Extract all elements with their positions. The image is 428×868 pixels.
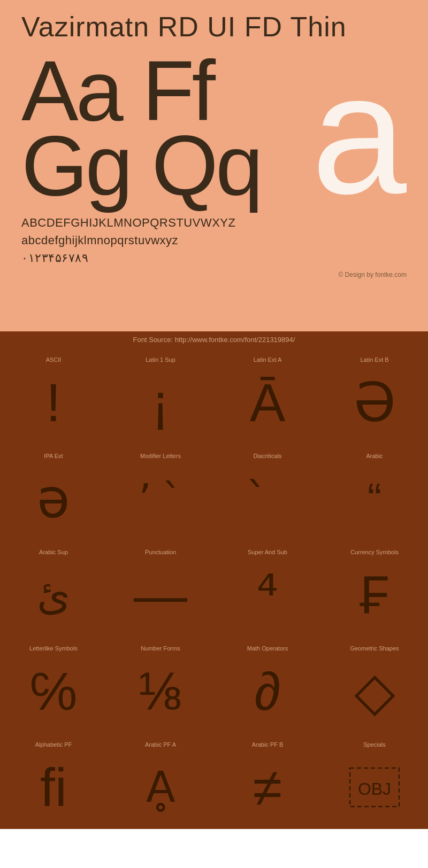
glyph-char-numberforms: ⅛ [138,660,182,722]
glyph-cell-currency: Currency Symbols ₣ [321,540,428,637]
glyph-label-punctuation: Punctuation [145,549,176,555]
glyph-cell-numberforms: Number Forms ⅛ [107,637,214,733]
glyph-label-latinexta: Latin Ext A [254,356,282,363]
glyph-char-letterlike: ℅ [30,660,78,722]
glyph-label-currency: Currency Symbols [350,549,399,555]
glyph-label-arabicpfa: Arabic PF A [145,741,176,748]
glyph-cell-arabicsup: Arabic Sup ئ [0,540,107,637]
glyph-gg: Gg [21,123,130,208]
glyph-cell-latinexta: Latin Ext A Ā [214,348,321,444]
glyph-label-superandsub: Super And Sub [248,549,287,555]
glyph-cell-ipaext: IPA Ext ə [0,444,107,540]
glyph-label-alphabeticpf: Alphabetic PF [35,741,72,748]
glyph-label-latin1: Latin 1 Sup [146,356,175,363]
glyph-char-latin1: ¡ [151,371,169,433]
copyright-text: © Design by fontke.com [21,271,407,278]
glyph-label-diacriticals: Diacriticals [253,453,281,459]
glyph-label-modifier: Modifier Letters [140,453,181,459]
numerals-line: ۰۱۲۳۴۵۶۷۸۹ [21,249,407,267]
glyph-cell-latin1: Latin 1 Sup ¡ [107,348,214,444]
glyph-char-latinexta: Ā [250,371,286,433]
glyph-cell-arabicpfa: Arabic PF A Ḁ [107,733,214,829]
glyph-cell-superandsub: Super And Sub ⁴ [214,540,321,637]
glyph-char-arabicpfb: ≠ [253,756,282,818]
glyph-label-arabicsup: Arabic Sup [39,549,68,555]
glyph-label-numberforms: Number Forms [141,645,180,652]
glyph-char-superandsub: ⁴ [257,564,278,626]
bottom-section: Font Source: http://www.fontke.com/font/… [0,331,428,829]
glyph-cell-specials: Specials OBJ [321,733,428,829]
glyph-showcase: Aa Ff Gg Qq a [21,48,407,208]
glyph-cell-arabicpfb: Arabic PF B ≠ [214,733,321,829]
top-section: Vazirmatn RD UI FD Thin Aa Ff Gg Qq a AB… [0,0,428,331]
glyph-char-arabic: “ [368,468,382,530]
font-source: Font Source: http://www.fontke.com/font/… [0,331,428,348]
glyph-label-mathoperators: Math Operators [247,645,288,652]
glyphs-grid: ASCII ! Latin 1 Sup ¡ Latin Ext A Ā Lati… [0,348,428,829]
glyph-label-specials: Specials [363,741,386,748]
glyph-label-letterlike: Letterlike Symbols [29,645,78,652]
glyph-cell-letterlike: Letterlike Symbols ℅ [0,637,107,733]
glyph-char-mathoperators: ∂ [254,660,280,722]
glyph-char-latinextb: Ə [354,371,396,433]
glyph-cell-mathoperators: Math Operators ∂ [214,637,321,733]
glyph-label-arabicpfb: Arabic PF B [252,741,284,748]
glyph-cell-alphabeticpf: Alphabetic PF ﬁ [0,733,107,829]
lowercase-line: abcdefghijklmnopqrstuvwxyz [21,231,407,249]
glyph-char-geoshapes: ◇ [354,660,395,722]
glyph-cell-latinextb: Latin Ext B Ə [321,348,428,444]
glyph-char-modifier: ʼ ˋ [139,468,183,530]
glyph-cell-ascii: ASCII ! [0,348,107,444]
glyph-cell-diacriticals: Diacriticals ̀ [214,444,321,540]
glyph-label-ipaext: IPA Ext [44,453,63,459]
glyph-label-latinextb: Latin Ext B [360,356,388,363]
svg-text:OBJ: OBJ [358,779,391,799]
glyph-char-alphabeticpf: ﬁ [40,756,67,818]
glyph-label-arabic: Arabic [366,453,383,459]
glyph-cell-modifier: Modifier Letters ʼ ˋ [107,444,214,540]
glyph-char-arabicpfa: Ḁ [146,756,175,818]
glyph-label-ascii: ASCII [46,356,62,363]
glyph-label-geoshapes: Geometric Shapes [350,645,399,652]
glyph-char-currency: ₣ [360,564,389,626]
glyph-overlay: a [311,48,407,219]
glyph-char-arabicsup: ئ [37,564,71,626]
glyph-cell-punctuation: Punctuation — [107,540,214,637]
glyph-cell-arabic: Arabic “ [321,444,428,540]
glyph-cell-geoshapes: Geometric Shapes ◇ [321,637,428,733]
glyph-char-specials: OBJ [348,756,401,818]
glyph-qq: Qq [151,123,260,208]
glyph-char-ascii: ! [46,371,61,433]
glyph-char-punctuation: — [134,564,187,626]
glyph-char-ipaext: ə [37,468,70,530]
